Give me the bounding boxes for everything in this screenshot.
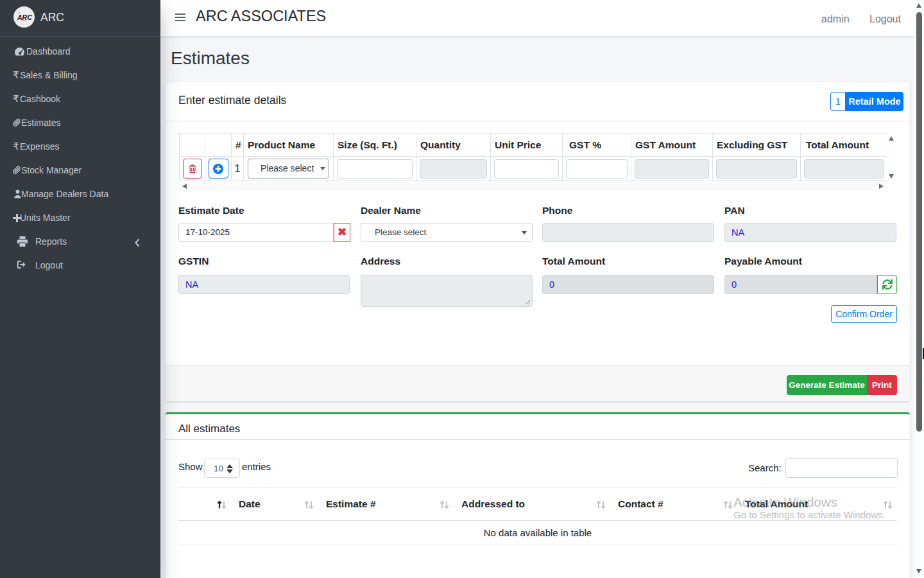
svg-text:ARC: ARC bbox=[17, 13, 32, 21]
